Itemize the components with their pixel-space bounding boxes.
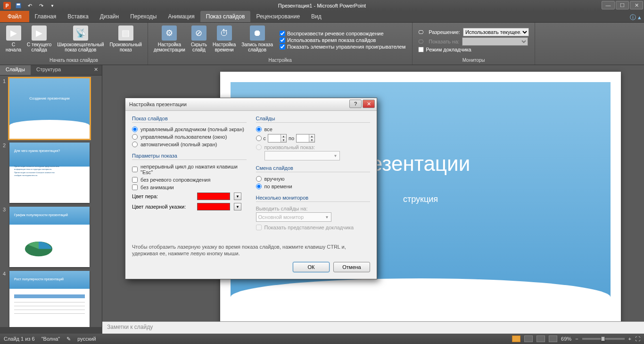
slides-tab[interactable]: Слайды bbox=[0, 65, 31, 75]
group-label: Мониторы bbox=[415, 57, 532, 64]
show-on-combo: 🖵Показать на: bbox=[418, 37, 529, 46]
svg-rect-1 bbox=[17, 4, 20, 6]
record-button[interactable]: ⏺Запись показа слайдов bbox=[239, 24, 276, 57]
normal-view-button[interactable] bbox=[512, 336, 520, 342]
custom-show-combo: ▼ bbox=[264, 151, 340, 160]
from-spinner[interactable]: ▲▼ bbox=[268, 134, 287, 143]
play-narration-check[interactable]: Воспроизвести речевое сопровождение bbox=[280, 30, 405, 37]
slide-thumb-1[interactable]: Создание презентации bbox=[9, 78, 90, 139]
pen-color-picker[interactable]: Цвет пера:▼ bbox=[132, 191, 247, 201]
from-current-button[interactable]: ▶С текущего слайда bbox=[24, 24, 54, 57]
legend: Параметры показа bbox=[132, 153, 247, 160]
zoom-in-button[interactable]: + bbox=[628, 336, 631, 342]
resolution-combo[interactable]: 🖵Разрешение:Использовать текущее... bbox=[418, 27, 529, 37]
tab-insert[interactable]: Вставка bbox=[62, 11, 94, 22]
label: произвольный показ: bbox=[264, 144, 315, 150]
dialog-close-button[interactable]: ✕ bbox=[363, 100, 375, 108]
laser-color-picker[interactable]: Цвет лазерной указки:▼ bbox=[132, 201, 247, 212]
label: Использовать время показа слайдов bbox=[287, 37, 376, 43]
slide-thumb-4[interactable]: Рост популярности презентаций bbox=[9, 271, 90, 327]
timing-radio[interactable]: по времени bbox=[256, 183, 371, 190]
all-slides-radio[interactable]: все bbox=[256, 126, 371, 133]
redo-button[interactable]: ↷ bbox=[36, 1, 46, 10]
zoom-out-button[interactable]: − bbox=[575, 336, 578, 342]
label: автоматический (полный экран) bbox=[140, 142, 217, 147]
dialog-titlebar[interactable]: Настройка презентации ? ✕ bbox=[125, 98, 377, 111]
legend: Показ слайдов bbox=[132, 116, 247, 123]
label: по bbox=[289, 135, 294, 141]
loop-check[interactable]: непрерывный цикл до нажатия клавиши "Esc… bbox=[132, 163, 247, 176]
thumb-title: Создание презентации bbox=[9, 96, 90, 101]
outline-tab[interactable]: Структура bbox=[31, 65, 66, 75]
setup-button[interactable]: ⚙Настройка демонстрации bbox=[151, 24, 188, 57]
tab-slideshow[interactable]: Показ слайдов bbox=[200, 11, 251, 22]
presenter-radio[interactable]: управляемый докладчиком (полный экран) bbox=[132, 126, 247, 133]
user-radio[interactable]: управляемый пользователем (окно) bbox=[132, 133, 247, 141]
thumb-row: 2 Для чего нужна презентация? Презентаци… bbox=[3, 143, 99, 203]
show-type-fieldset: Показ слайдов управляемый докладчиком (п… bbox=[132, 116, 247, 148]
label: управляемый докладчиком (полный экран) bbox=[140, 126, 244, 132]
tab-review[interactable]: Рецензирование bbox=[250, 11, 305, 22]
label: Режим докладчика bbox=[426, 47, 471, 52]
qat-dropdown[interactable]: ▼ bbox=[47, 1, 58, 10]
panel-close[interactable]: ✕ bbox=[90, 65, 102, 75]
show-controls-check[interactable]: Показать элементы управления проигрывате… bbox=[280, 43, 405, 50]
maximize-button[interactable]: ☐ bbox=[616, 1, 629, 9]
panel-tabs: Слайды Структура ✕ bbox=[0, 65, 102, 76]
undo-button[interactable]: ↶ bbox=[25, 1, 35, 10]
language[interactable]: русский bbox=[77, 336, 96, 342]
thumbnails: 1 Создание презентации 2 Для чего нужна … bbox=[0, 76, 102, 327]
app-icon[interactable]: P bbox=[2, 1, 12, 10]
no-animation-check[interactable]: без анимации bbox=[132, 184, 247, 191]
minimize-button[interactable]: — bbox=[602, 1, 615, 9]
label: Основной монитор bbox=[258, 214, 304, 220]
ribbon-help-icon[interactable]: ⓘ ▴ bbox=[630, 13, 641, 22]
use-timings-check[interactable]: Использовать время показа слайдов bbox=[280, 37, 405, 43]
dialog-title: Настройка презентации bbox=[129, 101, 187, 107]
custom-show-button[interactable]: ▤Произвольный показ bbox=[107, 24, 145, 57]
label: с bbox=[264, 135, 266, 141]
notes-pane[interactable]: Заметки к слайду bbox=[102, 321, 644, 334]
fit-button[interactable]: ⛶ bbox=[635, 336, 640, 342]
label: Цвет пера: bbox=[132, 193, 193, 199]
no-narration-check[interactable]: без речевого сопровождения bbox=[132, 176, 247, 184]
kiosk-radio[interactable]: автоматический (полный экран) bbox=[132, 141, 247, 148]
to-spinner[interactable]: ▲▼ bbox=[296, 134, 315, 143]
slide-thumb-3[interactable]: График популярности презентаций bbox=[9, 207, 90, 267]
presenter-view-check[interactable]: Режим докладчика bbox=[418, 46, 529, 53]
slide-thumb-2[interactable]: Для чего нужна презентация? Презентация … bbox=[9, 143, 90, 203]
hide-slide-button[interactable]: ⊘Скрыть слайд bbox=[188, 24, 210, 57]
rehearse-button[interactable]: ⏱Настройка времени bbox=[210, 24, 239, 57]
tab-design[interactable]: Дизайн bbox=[94, 11, 124, 22]
dialog-help-button[interactable]: ? bbox=[349, 100, 362, 108]
broadcast-button[interactable]: 📡Широковещательный показ слайдов bbox=[54, 24, 107, 57]
file-tab[interactable]: Файл bbox=[0, 11, 29, 22]
sorter-view-button[interactable] bbox=[524, 336, 533, 342]
range-radio[interactable]: с ▲▼ по ▲▼ bbox=[256, 133, 371, 143]
tab-animation[interactable]: Анимация bbox=[162, 11, 200, 22]
reading-view-button[interactable] bbox=[537, 336, 545, 342]
monitor-combo: Основной монитор▼ bbox=[256, 212, 331, 222]
close-button[interactable]: ✕ bbox=[630, 1, 643, 9]
ok-button[interactable]: ОК bbox=[293, 262, 330, 272]
tab-view[interactable]: Вид bbox=[305, 11, 327, 22]
from-beginning-button[interactable]: ▶С начала bbox=[3, 24, 24, 57]
quick-access-toolbar: P ↶ ↷ ▼ bbox=[0, 1, 58, 10]
manual-radio[interactable]: вручную bbox=[256, 175, 371, 183]
label: Воспроизвести речевое сопровождение bbox=[287, 31, 384, 36]
spell-icon[interactable]: ✎ bbox=[66, 336, 71, 342]
cancel-button[interactable]: Отмена bbox=[333, 262, 370, 272]
label: по времени bbox=[264, 184, 292, 189]
slide-counter: Слайд 1 из 6 bbox=[4, 336, 35, 342]
slideshow-view-button[interactable] bbox=[549, 336, 557, 342]
tab-transitions[interactable]: Переходы bbox=[124, 11, 162, 22]
tab-home[interactable]: Главная bbox=[29, 11, 62, 22]
titlebar: P ↶ ↷ ▼ Презентация1 - Microsoft PowerPo… bbox=[0, 0, 644, 11]
zoom-slider[interactable] bbox=[582, 338, 625, 340]
save-button[interactable] bbox=[13, 1, 24, 10]
thumb-number: 4 bbox=[3, 271, 8, 327]
slides-panel: Слайды Структура ✕ 1 Создание презентаци… bbox=[0, 65, 102, 327]
ribbon-group-monitors: 🖵Разрешение:Использовать текущее... 🖵Пок… bbox=[413, 23, 535, 65]
label: Разрешение: bbox=[429, 29, 460, 35]
zoom-level[interactable]: 69% bbox=[561, 336, 571, 342]
